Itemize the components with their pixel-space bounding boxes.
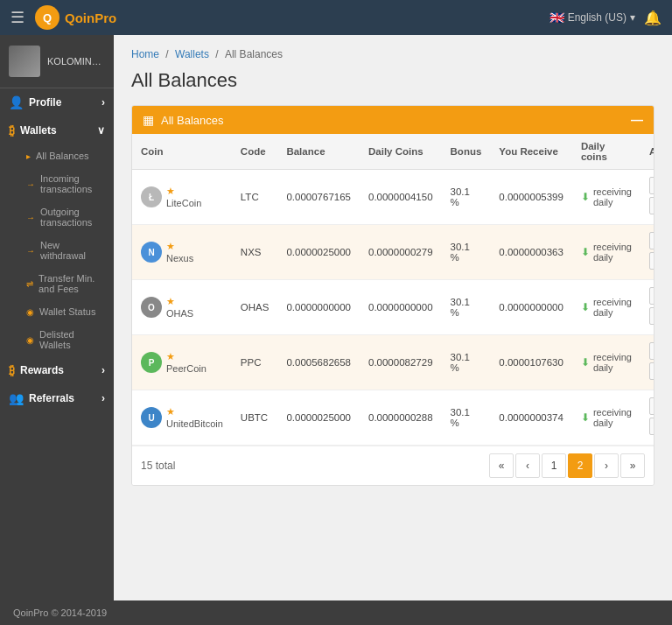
balance-cell: 0.0005682658 (277, 335, 360, 390)
daily-coins-cell: 0.0000004150 (360, 170, 442, 225)
chevron-right-icon: › (102, 364, 105, 376)
col-code: Code (232, 134, 278, 170)
coin-logo: Ł (141, 186, 162, 207)
logo-icon: Q (35, 5, 60, 30)
card-header-left: ▦ All Balances (143, 113, 224, 127)
all-balances-card: ▦ All Balances — Coin Code Balance Daily… (131, 105, 654, 486)
sidebar-item-referrals[interactable]: 👥 Referrals › (0, 384, 114, 412)
you-receive-cell: 0.0000000374 (490, 390, 572, 446)
minimize-button[interactable]: — (631, 113, 643, 127)
chevron-right-icon: › (102, 392, 105, 404)
coin-cell: N ★ Nexus (132, 225, 232, 280)
arrow-icon: ⇌ (26, 279, 33, 289)
language-selector[interactable]: 🇬🇧 English (US) ▾ (550, 11, 635, 25)
col-you-receive: You Receive (490, 134, 572, 170)
referrals-label: Referrals (29, 392, 74, 404)
receive-icon: ⬇ (581, 356, 590, 369)
receive-icon: ⬇ (581, 246, 590, 258)
page-2-button[interactable]: 2 (568, 453, 592, 478)
circle-icon: ◉ (26, 307, 34, 317)
coin-cell: U ★ UnitedBitcoin (132, 390, 232, 446)
wallet-status-label: Wallet Status (39, 306, 95, 317)
logo-text: QoinPro (65, 11, 116, 25)
breadcrumb-home[interactable]: Home (131, 48, 159, 60)
rewards-label: Rewards (20, 364, 64, 376)
coin-cell: Ł ★ LiteCoin (132, 170, 232, 225)
wallets-label: Wallets (20, 124, 57, 137)
coin-code-cell: OHAS (232, 280, 278, 335)
daily-coins-cell: 0.0000082729 (360, 335, 442, 390)
breadcrumb-sep2: / (215, 48, 221, 60)
sidebar-item-delisted[interactable]: ◉ Delisted Wallets (18, 323, 114, 356)
withdraw-button[interactable]: ≡ Withdraw (649, 197, 654, 214)
outgoing-label: Outgoing transactions (40, 207, 105, 228)
chevron-down-icon: ∨ (97, 124, 105, 137)
withdraw-button[interactable]: ≡ Withdraw (649, 252, 654, 270)
arrow-icon: → (26, 246, 35, 256)
nav-right: 🇬🇧 English (US) ▾ 🔔 (550, 10, 662, 26)
avatar (9, 46, 40, 77)
transactions-button[interactable]: ≡ Transactions (649, 342, 654, 360)
sidebar-item-incoming[interactable]: → Incoming transactions (18, 167, 114, 200)
first-page-button[interactable]: « (489, 453, 514, 478)
transactions-button[interactable]: ≡ Transactions (649, 177, 654, 194)
last-page-button[interactable]: » (620, 453, 645, 478)
transactions-button[interactable]: ≡ Transactions (649, 397, 654, 415)
flag-icon: 🇬🇧 (550, 11, 564, 25)
sidebar: KOLOMINA ... 👤 Profile › ₿ Wallets ∨ ▸ A… (0, 35, 114, 600)
table-row: P ★ PeerCoin PPC 0.0005682658 0.00000827… (132, 335, 654, 390)
page-title: All Balances (131, 69, 654, 92)
sidebar-item-profile[interactable]: 👤 Profile › (0, 88, 114, 116)
coin-name: LiteCoin (166, 198, 201, 208)
coin-logo: O (141, 297, 162, 318)
daily-status-text: receiving daily (593, 186, 632, 207)
coin-logo: U (141, 407, 162, 428)
bonus-cell: 30.1 % (442, 170, 491, 225)
col-coin: Coin (132, 134, 232, 170)
you-receive-cell: 0.0000000363 (490, 225, 572, 280)
withdraw-button[interactable]: ≡ Withdraw (649, 307, 654, 325)
sidebar-item-outgoing[interactable]: → Outgoing transactions (18, 200, 114, 234)
new-withdrawal-label: New withdrawal (40, 240, 105, 261)
rewards-icon: ₿ (9, 363, 15, 377)
hamburger-menu[interactable]: ☰ (10, 8, 24, 27)
daily-status-cell: ⬇ receiving daily (572, 390, 640, 446)
sidebar-item-rewards[interactable]: ₿ Rewards › (0, 356, 114, 384)
delisted-label: Delisted Wallets (39, 329, 105, 350)
chevron-right-icon: › (102, 96, 105, 109)
prev-page-button[interactable]: ‹ (515, 453, 540, 478)
table-row: U ★ UnitedBitcoin UBTC 0.0000025000 0.00… (132, 390, 654, 446)
withdraw-button[interactable]: ≡ Withdraw (649, 418, 654, 435)
daily-status-text: receiving daily (593, 242, 632, 263)
sidebar-item-wallet-status[interactable]: ◉ Wallet Status (18, 300, 114, 323)
page-1-button[interactable]: 1 (542, 453, 566, 478)
table-row: Ł ★ LiteCoin LTC 0.0000767165 0.00000041… (132, 170, 654, 225)
sidebar-item-transfer[interactable]: ⇌ Transfer Min. and Fees (18, 267, 114, 300)
all-balances-label: All Balances (36, 151, 89, 161)
coin-star: ★ (166, 296, 175, 306)
transactions-button[interactable]: ≡ Transactions (649, 232, 654, 249)
app-logo: Q QoinPro (35, 5, 116, 30)
sidebar-item-wallets[interactable]: ₿ Wallets ∨ (0, 116, 114, 144)
withdraw-button[interactable]: ≡ Withdraw (649, 362, 654, 380)
nav-left: ☰ Q QoinPro (10, 5, 116, 30)
notification-icon[interactable]: 🔔 (644, 10, 662, 26)
daily-status-cell: ⬇ receiving daily (572, 280, 640, 335)
incoming-label: Incoming transactions (40, 173, 105, 194)
table-row: N ★ Nexus NXS 0.0000025000 0.0000000279 … (132, 225, 654, 280)
actions-cell: ≡ Transactions ≡ Withdraw (640, 170, 654, 225)
next-page-button[interactable]: › (594, 453, 619, 478)
sidebar-item-all-balances[interactable]: ▸ All Balances (18, 144, 114, 167)
sidebar-item-new-withdrawal[interactable]: → New withdrawal (18, 234, 114, 267)
transactions-button[interactable]: ≡ Transactions (649, 287, 654, 305)
col-daily-coins2: Daily coins (572, 134, 640, 170)
coin-star: ★ (166, 241, 175, 251)
daily-coins-cell: 0.0000000000 (360, 280, 442, 335)
footer-text: QoinPro © 2014-2019 (13, 607, 107, 618)
footer: QoinPro © 2014-2019 (0, 600, 672, 625)
profile-label: Profile (29, 96, 61, 109)
balance-cell: 0.0000000000 (277, 280, 360, 335)
bonus-cell: 30.1 % (442, 335, 491, 390)
main-content: Home / Wallets / All Balances All Balanc… (114, 35, 672, 600)
breadcrumb-wallets[interactable]: Wallets (175, 48, 209, 60)
